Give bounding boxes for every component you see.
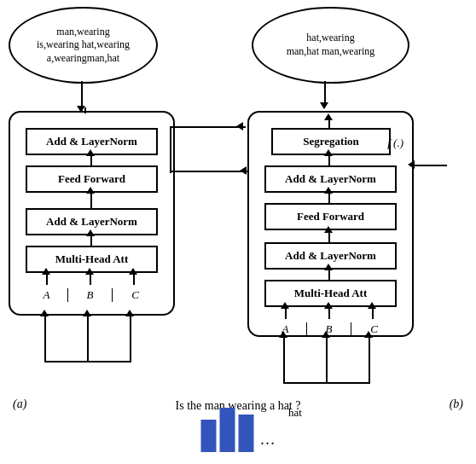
right-a-down-arrow	[283, 335, 285, 382]
left-bubble: man,wearing is,wearing hat,wearing a,wea…	[9, 7, 158, 84]
left-c-down-arrow	[130, 314, 131, 361]
f-label: f (.)	[387, 136, 403, 150]
right-bubble-arrow	[320, 102, 328, 109]
right-mha-add-arrowhead	[324, 264, 333, 270]
right-bubble-text: hat,wearing man,hat man,wearing	[287, 32, 375, 58]
bar-3	[239, 415, 254, 452]
left-abc-hline	[44, 361, 131, 362]
left-arrowhead-add-ff	[86, 187, 95, 194]
left-residual-arrowhead2	[240, 166, 247, 175]
right-residual-h	[413, 165, 447, 166]
left-a-arrowhead	[42, 268, 50, 275]
left-residual-v	[170, 126, 171, 173]
right-abc-up-arrowhead2	[322, 331, 330, 338]
left-c-label: C	[131, 288, 139, 302]
left-a-label: A	[44, 288, 50, 302]
right-abc-hline	[283, 382, 370, 384]
left-b-down-arrow	[87, 314, 89, 361]
right-b-arrow	[328, 309, 330, 319]
hat-label: hat	[288, 406, 302, 420]
right-abc-up-arrowhead3	[364, 331, 373, 338]
bars-container: …	[201, 408, 276, 452]
right-c-arrow	[372, 309, 374, 319]
left-abc-row: A B C	[26, 283, 158, 307]
right-a-arrow	[285, 309, 287, 319]
residual-h-line	[171, 126, 246, 128]
left-b-arrowhead	[85, 268, 94, 275]
left-c-arrow	[133, 275, 135, 285]
diagram-container: man,wearing is,wearing hat,wearing a,wea…	[0, 0, 476, 464]
ellipsis: …	[260, 431, 276, 449]
right-b-arrowhead	[324, 302, 333, 309]
left-a-arrow	[46, 275, 48, 285]
right-c-down-arrow	[369, 335, 370, 382]
bar-2	[220, 408, 235, 452]
right-c-arrowhead	[368, 302, 376, 309]
right-abc-up-arrowhead1	[279, 331, 287, 338]
left-abc-up-arrowhead2	[83, 310, 91, 316]
label-a: (a)	[13, 397, 26, 411]
left-b-label: B	[87, 288, 94, 302]
left-top-arrow	[84, 107, 86, 113]
right-bubble-tail	[324, 81, 326, 105]
left-arrow-add-ff	[90, 193, 92, 208]
left-arrowhead-ff-add	[86, 149, 95, 156]
right-ff-add-arrowhead	[324, 187, 333, 194]
right-b-down-arrow	[326, 335, 328, 382]
left-a-down-arrow	[44, 314, 46, 361]
left-abc-up-arrowhead3	[125, 310, 134, 316]
left-transformer-block: Add & LayerNorm Feed Forward Add & Layer…	[9, 111, 175, 316]
right-transformer-block: Segregation f (.) Add & LayerNorm Feed F…	[247, 111, 414, 337]
left-b-arrow	[90, 275, 91, 285]
left-residual-h2	[170, 171, 249, 172]
label-b: (b)	[450, 397, 463, 411]
left-arrow-ff-add	[90, 155, 92, 165]
residual-arrowhead	[236, 122, 243, 130]
bar-1	[201, 420, 217, 452]
right-mha-add-arrow	[328, 270, 330, 280]
left-abc-up-arrowhead	[40, 310, 49, 316]
right-a-arrowhead	[281, 302, 289, 309]
right-add-seg-arrow	[328, 155, 330, 165]
right-seg-up-arrow	[328, 119, 330, 128]
right-seg-up-arrowhead	[324, 113, 333, 120]
right-ff-add-arrow	[328, 193, 330, 203]
right-add-ff-arrowhead	[324, 226, 333, 233]
left-bubble-text: man,wearing is,wearing hat,wearing a,wea…	[37, 26, 130, 66]
right-add-seg-arrowhead	[324, 149, 333, 156]
right-add-ff-arrow	[328, 232, 330, 242]
left-arrow-mha-add	[90, 235, 92, 246]
left-bubble-tail	[81, 81, 83, 108]
right-residual-arrowhead	[408, 160, 415, 169]
left-arrowhead-mha-add	[86, 229, 95, 236]
right-bubble: hat,wearing man,hat man,wearing	[252, 7, 409, 84]
left-c-arrowhead	[129, 268, 137, 275]
